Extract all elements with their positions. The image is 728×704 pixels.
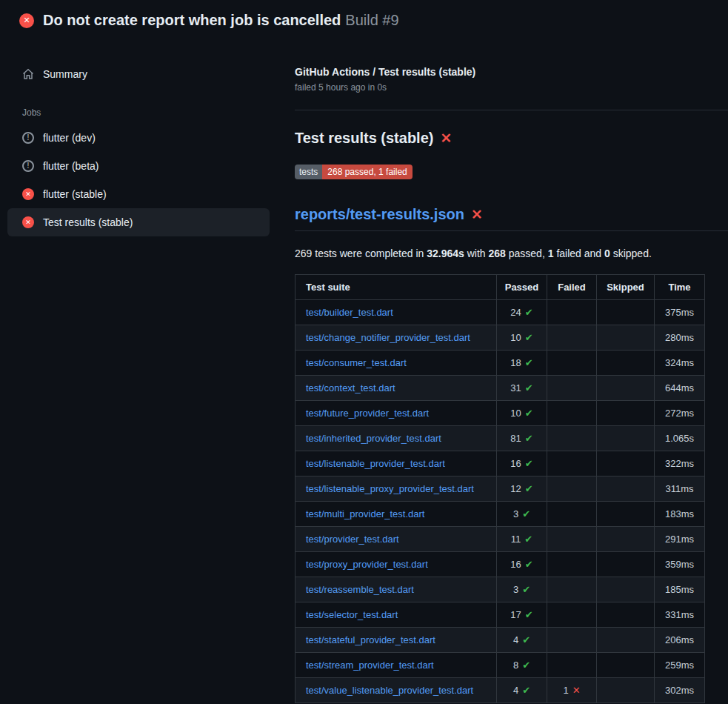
failed-cell bbox=[547, 426, 597, 451]
failed-cell bbox=[547, 451, 597, 476]
test-suite-cell: test/reassemble_test.dart bbox=[295, 577, 497, 602]
column-header-test-suite: Test suite bbox=[295, 275, 497, 300]
skipped-cell bbox=[597, 653, 655, 678]
table-row: test/selector_test.dart17✔331ms bbox=[295, 602, 705, 628]
sidebar-item-flutter-dev[interactable]: !flutter (dev) bbox=[7, 124, 270, 152]
test-suite-link[interactable]: test/stream_provider_test.dart bbox=[306, 660, 434, 671]
passed-cell: 31✔ bbox=[497, 376, 547, 401]
failed-status-icon: ✕ bbox=[22, 188, 34, 200]
skipped-cell bbox=[597, 325, 655, 351]
tests-badge: tests268 passed, 1 failed bbox=[295, 165, 413, 179]
summary-segment: 32.964s bbox=[427, 248, 464, 259]
test-suite-link[interactable]: test/inherited_provider_test.dart bbox=[306, 433, 441, 444]
test-suite-link[interactable]: test/reassemble_test.dart bbox=[306, 584, 414, 595]
test-suite-link[interactable]: test/selector_test.dart bbox=[306, 609, 398, 620]
divider bbox=[295, 110, 728, 110]
failed-cell bbox=[547, 502, 597, 527]
test-suite-link[interactable]: test/provider_test.dart bbox=[306, 534, 399, 545]
table-row: test/future_provider_test.dart10✔272ms bbox=[295, 401, 705, 426]
sidebar-item-summary[interactable]: Summary bbox=[7, 60, 270, 88]
time-cell: 359ms bbox=[655, 552, 705, 577]
test-suite-link[interactable]: test/multi_provider_test.dart bbox=[306, 508, 424, 519]
build-number: Build #9 bbox=[345, 12, 398, 28]
skipped-cell bbox=[597, 602, 655, 628]
jobs-list: !flutter (dev)!flutter (beta)✕flutter (s… bbox=[7, 124, 270, 236]
column-header-time: Time bbox=[655, 275, 705, 300]
skipped-cell bbox=[597, 300, 655, 325]
summary-segment: 0 bbox=[604, 248, 610, 259]
table-row: test/provider_test.dart11✔291ms bbox=[295, 527, 705, 552]
table-row: test/value_listenable_provider_test.dart… bbox=[295, 678, 705, 703]
check-icon: ✔ bbox=[522, 685, 530, 696]
test-suite-link[interactable]: test/listenable_provider_test.dart bbox=[306, 458, 445, 469]
section-title-text: Test results (stable) bbox=[295, 130, 433, 147]
failed-x-icon: ✕ bbox=[471, 207, 483, 222]
table-row: test/stream_provider_test.dart8✔259ms bbox=[295, 653, 705, 678]
skipped-cell bbox=[597, 552, 655, 577]
skipped-cell bbox=[597, 401, 655, 426]
test-suite-link[interactable]: test/listenable_proxy_provider_test.dart bbox=[306, 483, 474, 494]
run-status-text: failed 5 hours ago in 0s bbox=[295, 82, 705, 93]
failed-cell bbox=[547, 527, 597, 552]
sidebar-item-label: flutter (dev) bbox=[43, 132, 96, 144]
time-cell: 280ms bbox=[655, 325, 705, 351]
sidebar-item-test-results-stable[interactable]: ✕Test results (stable) bbox=[7, 208, 270, 236]
passed-cell: 24✔ bbox=[497, 300, 547, 325]
failed-cell bbox=[547, 628, 597, 653]
check-icon: ✔ bbox=[525, 433, 533, 444]
test-results-table: Test suitePassedFailedSkippedTime test/b… bbox=[295, 274, 705, 703]
main-content: GitHub Actions / Test results (stable) f… bbox=[277, 39, 728, 703]
test-suite-link[interactable]: test/proxy_provider_test.dart bbox=[306, 559, 428, 570]
test-suite-link[interactable]: test/context_test.dart bbox=[306, 382, 395, 393]
failed-cell bbox=[547, 376, 597, 401]
time-cell: 206ms bbox=[655, 628, 705, 653]
skipped-cell bbox=[597, 351, 655, 376]
passed-cell: 10✔ bbox=[497, 401, 547, 426]
table-row: test/stateful_provider_test.dart4✔206ms bbox=[295, 628, 705, 653]
time-cell: 331ms bbox=[655, 602, 705, 628]
table-header-row: Test suitePassedFailedSkippedTime bbox=[295, 275, 705, 300]
test-suite-link[interactable]: test/value_listenable_provider_test.dart bbox=[306, 685, 473, 696]
summary-segment: 268 bbox=[489, 248, 506, 259]
check-icon: ✔ bbox=[525, 408, 533, 419]
test-suite-cell: test/provider_test.dart bbox=[295, 527, 497, 552]
skipped-cell bbox=[597, 628, 655, 653]
time-cell: 375ms bbox=[655, 300, 705, 325]
summary-segment: 269 tests were completed in bbox=[295, 248, 427, 259]
passed-cell: 81✔ bbox=[497, 426, 547, 451]
time-cell: 644ms bbox=[655, 376, 705, 401]
report-file-link[interactable]: reports/test-results.json bbox=[295, 206, 464, 223]
build-title-text: Do not create report when job is cancell… bbox=[43, 12, 341, 28]
table-row: test/context_test.dart31✔644ms bbox=[295, 376, 705, 401]
breadcrumb: GitHub Actions / Test results (stable) bbox=[295, 66, 705, 78]
table-row: test/change_notifier_provider_test.dart1… bbox=[295, 325, 705, 351]
passed-cell: 8✔ bbox=[497, 653, 547, 678]
test-suite-cell: test/listenable_proxy_provider_test.dart bbox=[295, 476, 497, 502]
page-layout: Summary Jobs !flutter (dev)!flutter (bet… bbox=[0, 39, 728, 703]
passed-cell: 3✔ bbox=[497, 502, 547, 527]
badge-label: tests bbox=[295, 165, 322, 179]
failed-cell bbox=[547, 325, 597, 351]
check-icon: ✔ bbox=[522, 634, 530, 645]
test-suite-link[interactable]: test/stateful_provider_test.dart bbox=[306, 634, 435, 645]
test-suite-link[interactable]: test/change_notifier_provider_test.dart bbox=[306, 332, 470, 343]
table-row: test/builder_test.dart24✔375ms bbox=[295, 300, 705, 325]
check-icon: ✔ bbox=[525, 332, 533, 343]
test-suite-cell: test/listenable_provider_test.dart bbox=[295, 451, 497, 476]
column-header-skipped: Skipped bbox=[597, 275, 655, 300]
skipped-cell bbox=[597, 527, 655, 552]
time-cell: 291ms bbox=[655, 527, 705, 552]
summary-text: 269 tests were completed in 32.964s with… bbox=[295, 248, 705, 259]
test-suite-cell: test/context_test.dart bbox=[295, 376, 497, 401]
passed-cell: 4✔ bbox=[497, 628, 547, 653]
sidebar-item-flutter-stable[interactable]: ✕flutter (stable) bbox=[7, 180, 270, 208]
test-suite-link[interactable]: test/consumer_test.dart bbox=[306, 357, 407, 368]
check-icon: ✔ bbox=[522, 660, 530, 671]
table-row: test/consumer_test.dart18✔324ms bbox=[295, 351, 705, 376]
time-cell: 324ms bbox=[655, 351, 705, 376]
sidebar-item-flutter-beta[interactable]: !flutter (beta) bbox=[7, 152, 270, 180]
time-cell: 185ms bbox=[655, 577, 705, 602]
passed-cell: 11✔ bbox=[497, 527, 547, 552]
test-suite-link[interactable]: test/future_provider_test.dart bbox=[306, 408, 429, 419]
test-suite-link[interactable]: test/builder_test.dart bbox=[306, 307, 393, 318]
